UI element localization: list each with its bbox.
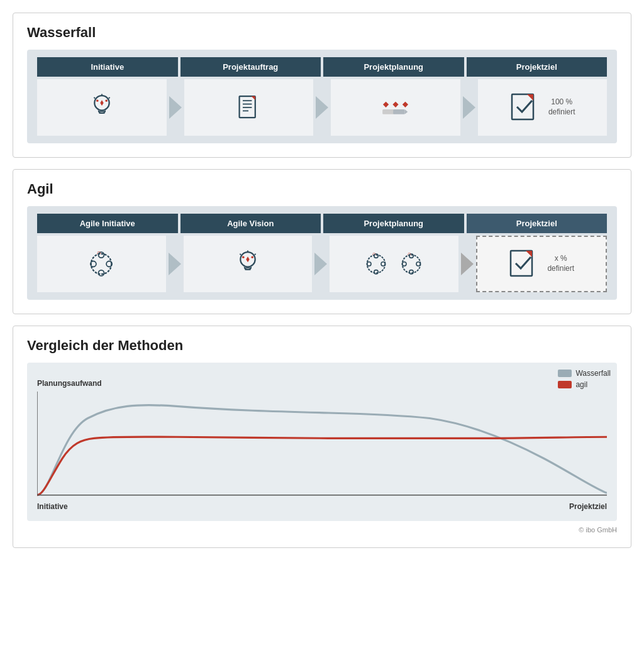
w-header-3: Projektplanung	[323, 57, 464, 77]
checklist-icon	[231, 90, 265, 124]
a-header-3: Projektplanung	[323, 214, 464, 233]
a-icon-2	[184, 236, 313, 292]
a-arrow-3	[461, 253, 474, 275]
svg-point-37	[251, 256, 253, 258]
a-icon-3	[330, 236, 458, 292]
w-icon-3	[331, 79, 460, 136]
svg-line-5	[94, 97, 95, 99]
wasserfall-title: Wasserfall	[27, 25, 617, 41]
a-arrow-2	[314, 253, 327, 275]
svg-line-35	[240, 254, 241, 255]
checkbox-icon	[509, 90, 541, 124]
sprint-icon-1	[361, 249, 391, 279]
svg-rect-18	[382, 109, 394, 114]
w-header-2: Projektauftrag	[180, 57, 321, 77]
agil-section: Agil Agile Initiative Agile Vision Proje…	[13, 169, 631, 314]
agil-checkbox-icon	[508, 247, 540, 281]
percent-100: 100 %definiert	[548, 97, 575, 117]
svg-point-7	[105, 99, 108, 102]
svg-line-34	[255, 254, 256, 255]
sprint-icon-2	[396, 249, 426, 279]
svg-marker-6	[100, 100, 103, 106]
wasserfall-flow: Initiative Projektauftrag Projektplanung…	[27, 50, 617, 143]
wasserfall-section: Wasserfall Initiative Projektauftrag Pro…	[13, 13, 631, 158]
a-header-2: Agile Vision	[180, 214, 321, 233]
a-header-4: Projektziel	[467, 214, 608, 233]
agil-flow: Agile Initiative Agile Vision Projektpla…	[27, 206, 617, 300]
lightbulb-icon	[85, 90, 119, 124]
svg-point-42	[374, 270, 378, 274]
svg-rect-20	[393, 109, 405, 114]
chart-svg	[37, 392, 607, 498]
chart-y-label: Planungsaufwand	[37, 379, 102, 388]
svg-point-25	[99, 252, 104, 258]
percent-x: x %definiert	[547, 254, 574, 273]
arrow-1	[169, 96, 182, 119]
agil-title: Agil	[27, 181, 617, 197]
svg-line-4	[109, 97, 110, 99]
svg-point-24	[91, 254, 111, 274]
w-header-1: Initiative	[37, 57, 178, 77]
w-icon-2	[184, 79, 314, 136]
agil-icons: x %definiert	[37, 236, 607, 292]
agile-init-icon	[84, 247, 118, 281]
vergleich-section: Vergleich der Methoden Wasserfall agil P…	[13, 326, 631, 548]
svg-marker-36	[246, 256, 249, 262]
svg-point-38	[242, 256, 245, 258]
w-icon-1	[37, 79, 167, 136]
copyright: © ibo GmbH	[27, 526, 617, 534]
chart-x-end: Projektziel	[569, 502, 607, 511]
chart-x-start: Initiative	[37, 502, 68, 511]
wasserfall-icons: 100 %definiert	[37, 79, 607, 136]
svg-point-27	[99, 270, 104, 276]
svg-marker-52	[526, 251, 532, 257]
svg-rect-22	[512, 94, 533, 119]
a-icon-4: x %definiert	[476, 236, 608, 292]
svg-marker-15	[383, 102, 389, 107]
svg-marker-17	[402, 102, 408, 107]
chart-container: Wasserfall agil Planungsaufwand Initiati…	[27, 363, 617, 521]
svg-marker-16	[392, 102, 398, 107]
svg-point-48	[409, 270, 413, 274]
svg-point-8	[96, 99, 99, 102]
milestones-icon	[379, 90, 413, 124]
svg-marker-21	[404, 109, 408, 114]
arrow-2	[316, 96, 328, 119]
svg-marker-23	[527, 94, 533, 101]
w-icon-4: 100 %definiert	[478, 79, 608, 136]
a-header-1: Agile Initiative	[37, 214, 178, 233]
a-icon-1	[37, 236, 166, 292]
agil-headers: Agile Initiative Agile Vision Projektpla…	[37, 214, 607, 233]
svg-rect-51	[511, 251, 532, 276]
w-header-4: Projektziel	[467, 57, 608, 77]
wasserfall-headers: Initiative Projektauftrag Projektplanung…	[37, 57, 607, 77]
arrow-3	[463, 96, 475, 119]
chart-area: Planungsaufwand Initiative Projektziel	[37, 373, 607, 511]
agile-vision-icon	[231, 247, 265, 281]
vergleich-title: Vergleich der Methoden	[27, 337, 617, 354]
a-arrow-1	[169, 253, 181, 275]
